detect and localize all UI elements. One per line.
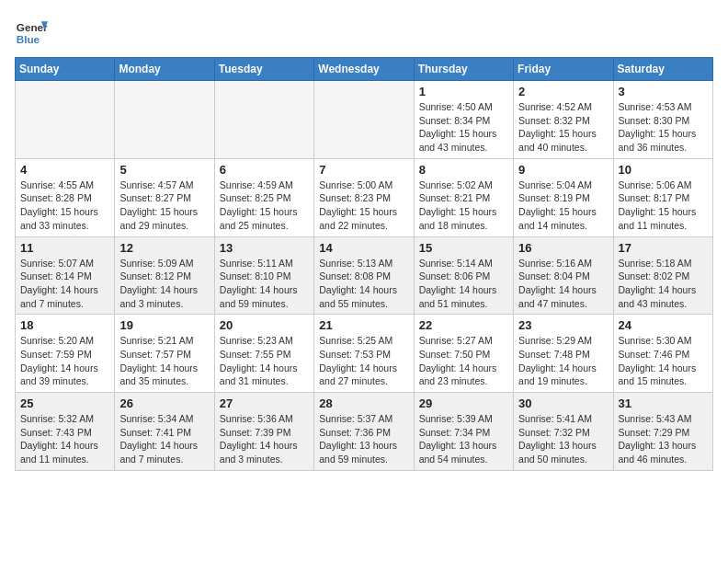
logo: General Blue bbox=[15, 15, 48, 48]
day-number: 6 bbox=[220, 163, 309, 177]
weekday-header-sunday: Sunday bbox=[16, 58, 115, 81]
cell-content: Sunrise: 5:43 AMSunset: 7:29 PMDaylight:… bbox=[619, 412, 708, 466]
cell-content: Sunrise: 5:36 AMSunset: 7:39 PMDaylight:… bbox=[220, 412, 309, 466]
cell-content: Sunrise: 5:00 AMSunset: 8:23 PMDaylight:… bbox=[319, 178, 408, 233]
calendar-cell bbox=[115, 81, 214, 159]
day-number: 25 bbox=[20, 396, 109, 410]
cell-content: Sunrise: 5:30 AMSunset: 7:46 PMDaylight:… bbox=[619, 334, 708, 388]
day-number: 29 bbox=[419, 396, 508, 410]
cell-content: Sunrise: 5:13 AMSunset: 8:08 PMDaylight:… bbox=[319, 257, 408, 311]
day-number: 30 bbox=[518, 396, 608, 410]
cell-content: Sunrise: 5:16 AMSunset: 8:04 PMDaylight:… bbox=[518, 257, 608, 311]
header: General Blue bbox=[15, 15, 713, 48]
weekday-header-row: SundayMondayTuesdayWednesdayThursdayFrid… bbox=[16, 58, 713, 81]
cell-content: Sunrise: 5:23 AMSunset: 7:55 PMDaylight:… bbox=[220, 334, 309, 388]
day-number: 21 bbox=[319, 318, 408, 332]
calendar-cell: 2Sunrise: 4:52 AMSunset: 8:32 PMDaylight… bbox=[514, 81, 613, 159]
day-number: 9 bbox=[518, 163, 608, 177]
day-number: 24 bbox=[619, 318, 708, 332]
day-number: 18 bbox=[20, 318, 109, 332]
cell-content: Sunrise: 5:25 AMSunset: 7:53 PMDaylight:… bbox=[319, 334, 408, 388]
cell-content: Sunrise: 5:14 AMSunset: 8:06 PMDaylight:… bbox=[419, 257, 508, 311]
day-number: 28 bbox=[319, 396, 408, 410]
cell-content: Sunrise: 5:02 AMSunset: 8:21 PMDaylight:… bbox=[419, 178, 508, 233]
calendar-cell: 29Sunrise: 5:39 AMSunset: 7:34 PMDayligh… bbox=[414, 393, 513, 471]
cell-content: Sunrise: 5:21 AMSunset: 7:57 PMDaylight:… bbox=[119, 334, 209, 388]
cell-content: Sunrise: 5:39 AMSunset: 7:34 PMDaylight:… bbox=[419, 412, 508, 466]
calendar-cell: 13Sunrise: 5:11 AMSunset: 8:10 PMDayligh… bbox=[214, 236, 313, 315]
calendar-cell: 7Sunrise: 5:00 AMSunset: 8:23 PMDaylight… bbox=[314, 158, 414, 236]
day-number: 5 bbox=[119, 163, 209, 177]
calendar-cell bbox=[314, 81, 414, 159]
calendar-cell bbox=[16, 81, 115, 159]
day-number: 14 bbox=[319, 241, 408, 255]
cell-content: Sunrise: 5:32 AMSunset: 7:43 PMDaylight:… bbox=[20, 412, 109, 466]
day-number: 20 bbox=[220, 318, 309, 332]
day-number: 16 bbox=[518, 241, 608, 255]
calendar-cell bbox=[214, 81, 313, 159]
day-number: 31 bbox=[619, 396, 708, 410]
calendar-cell: 1Sunrise: 4:50 AMSunset: 8:34 PMDaylight… bbox=[414, 81, 513, 159]
day-number: 4 bbox=[20, 163, 109, 177]
calendar-cell: 16Sunrise: 5:16 AMSunset: 8:04 PMDayligh… bbox=[514, 236, 613, 315]
cell-content: Sunrise: 5:04 AMSunset: 8:19 PMDaylight:… bbox=[518, 178, 608, 233]
weekday-header-monday: Monday bbox=[115, 58, 214, 81]
calendar-cell: 19Sunrise: 5:21 AMSunset: 7:57 PMDayligh… bbox=[115, 315, 214, 393]
cell-content: Sunrise: 4:52 AMSunset: 8:32 PMDaylight:… bbox=[518, 100, 608, 155]
calendar-cell: 18Sunrise: 5:20 AMSunset: 7:59 PMDayligh… bbox=[16, 315, 115, 393]
calendar-cell: 14Sunrise: 5:13 AMSunset: 8:08 PMDayligh… bbox=[314, 236, 414, 315]
calendar-cell: 22Sunrise: 5:27 AMSunset: 7:50 PMDayligh… bbox=[414, 315, 513, 393]
calendar-table: SundayMondayTuesdayWednesdayThursdayFrid… bbox=[15, 57, 713, 471]
svg-text:Blue: Blue bbox=[17, 33, 40, 45]
calendar-cell: 12Sunrise: 5:09 AMSunset: 8:12 PMDayligh… bbox=[115, 236, 214, 315]
cell-content: Sunrise: 5:37 AMSunset: 7:36 PMDaylight:… bbox=[319, 412, 408, 466]
calendar-cell: 5Sunrise: 4:57 AMSunset: 8:27 PMDaylight… bbox=[115, 158, 214, 236]
calendar-cell: 27Sunrise: 5:36 AMSunset: 7:39 PMDayligh… bbox=[214, 393, 313, 471]
calendar-week-row: 4Sunrise: 4:55 AMSunset: 8:28 PMDaylight… bbox=[16, 158, 713, 236]
cell-content: Sunrise: 5:41 AMSunset: 7:32 PMDaylight:… bbox=[518, 412, 608, 466]
day-number: 3 bbox=[619, 85, 708, 98]
calendar-cell: 21Sunrise: 5:25 AMSunset: 7:53 PMDayligh… bbox=[314, 315, 414, 393]
calendar-week-row: 25Sunrise: 5:32 AMSunset: 7:43 PMDayligh… bbox=[16, 393, 713, 471]
calendar-cell: 4Sunrise: 4:55 AMSunset: 8:28 PMDaylight… bbox=[16, 158, 115, 236]
day-number: 26 bbox=[119, 396, 209, 410]
day-number: 10 bbox=[619, 163, 708, 177]
calendar-cell: 3Sunrise: 4:53 AMSunset: 8:30 PMDaylight… bbox=[613, 81, 712, 159]
cell-content: Sunrise: 5:20 AMSunset: 7:59 PMDaylight:… bbox=[20, 334, 109, 388]
cell-content: Sunrise: 5:06 AMSunset: 8:17 PMDaylight:… bbox=[619, 178, 708, 233]
calendar-cell: 31Sunrise: 5:43 AMSunset: 7:29 PMDayligh… bbox=[613, 393, 712, 471]
day-number: 8 bbox=[419, 163, 508, 177]
cell-content: Sunrise: 5:34 AMSunset: 7:41 PMDaylight:… bbox=[119, 412, 209, 466]
day-number: 22 bbox=[419, 318, 508, 332]
calendar-cell: 28Sunrise: 5:37 AMSunset: 7:36 PMDayligh… bbox=[314, 393, 414, 471]
cell-content: Sunrise: 4:57 AMSunset: 8:27 PMDaylight:… bbox=[119, 178, 209, 233]
cell-content: Sunrise: 5:18 AMSunset: 8:02 PMDaylight:… bbox=[619, 257, 708, 311]
day-number: 17 bbox=[619, 241, 708, 255]
logo-icon: General Blue bbox=[15, 15, 48, 48]
day-number: 2 bbox=[518, 85, 608, 98]
calendar-cell: 8Sunrise: 5:02 AMSunset: 8:21 PMDaylight… bbox=[414, 158, 513, 236]
calendar-cell: 17Sunrise: 5:18 AMSunset: 8:02 PMDayligh… bbox=[613, 236, 712, 315]
weekday-header-wednesday: Wednesday bbox=[314, 58, 414, 81]
cell-content: Sunrise: 5:27 AMSunset: 7:50 PMDaylight:… bbox=[419, 334, 508, 388]
day-number: 11 bbox=[20, 241, 109, 255]
calendar-cell: 26Sunrise: 5:34 AMSunset: 7:41 PMDayligh… bbox=[115, 393, 214, 471]
calendar-cell: 9Sunrise: 5:04 AMSunset: 8:19 PMDaylight… bbox=[514, 158, 613, 236]
day-number: 23 bbox=[518, 318, 608, 332]
weekday-header-tuesday: Tuesday bbox=[214, 58, 313, 81]
calendar-cell: 25Sunrise: 5:32 AMSunset: 7:43 PMDayligh… bbox=[16, 393, 115, 471]
cell-content: Sunrise: 4:53 AMSunset: 8:30 PMDaylight:… bbox=[619, 100, 708, 155]
cell-content: Sunrise: 4:59 AMSunset: 8:25 PMDaylight:… bbox=[220, 178, 309, 233]
calendar-cell: 6Sunrise: 4:59 AMSunset: 8:25 PMDaylight… bbox=[214, 158, 313, 236]
cell-content: Sunrise: 5:11 AMSunset: 8:10 PMDaylight:… bbox=[220, 257, 309, 311]
day-number: 15 bbox=[419, 241, 508, 255]
weekday-header-saturday: Saturday bbox=[613, 58, 712, 81]
weekday-header-friday: Friday bbox=[514, 58, 613, 81]
day-number: 27 bbox=[220, 396, 309, 410]
day-number: 13 bbox=[220, 241, 309, 255]
day-number: 7 bbox=[319, 163, 408, 177]
calendar-week-row: 18Sunrise: 5:20 AMSunset: 7:59 PMDayligh… bbox=[16, 315, 713, 393]
calendar-week-row: 11Sunrise: 5:07 AMSunset: 8:14 PMDayligh… bbox=[16, 236, 713, 315]
calendar-cell: 23Sunrise: 5:29 AMSunset: 7:48 PMDayligh… bbox=[514, 315, 613, 393]
calendar-cell: 11Sunrise: 5:07 AMSunset: 8:14 PMDayligh… bbox=[16, 236, 115, 315]
